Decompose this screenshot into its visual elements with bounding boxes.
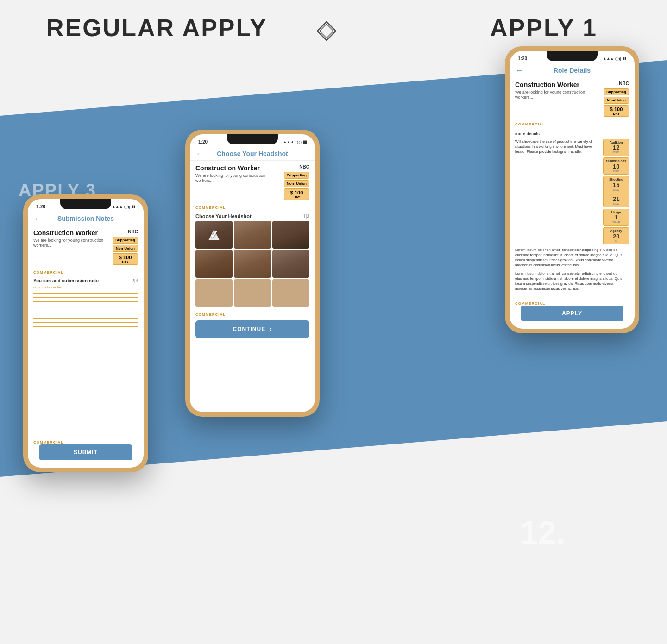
back-arrow-1[interactable]: ← bbox=[515, 66, 523, 75]
input-line-4[interactable] bbox=[33, 306, 138, 306]
role-details-body: more details Will showcase the use of pr… bbox=[510, 127, 635, 295]
input-line-2[interactable] bbox=[33, 297, 138, 298]
time-2: 1:20 bbox=[198, 139, 208, 144]
input-line-9[interactable] bbox=[33, 326, 138, 327]
role-title-2: Construction Worker bbox=[195, 164, 280, 172]
battery-icon-2: ▮▮ bbox=[303, 140, 307, 144]
more-details-label: more details bbox=[515, 131, 629, 137]
signal-icon-2: ▲▲▲ bbox=[283, 140, 294, 144]
title-regular-apply: REGULAR APPLY bbox=[46, 14, 267, 42]
headshot-cell-7[interactable] bbox=[195, 279, 233, 307]
input-line-5[interactable] bbox=[33, 310, 138, 310]
phone-notch-3 bbox=[60, 199, 111, 209]
headshot-cell-9[interactable] bbox=[272, 279, 309, 307]
screen-header-1: ← Role Details bbox=[510, 64, 635, 77]
submissions-badge: Submissions 10 DEC bbox=[603, 157, 629, 175]
input-line-3[interactable] bbox=[33, 301, 138, 302]
input-line-1[interactable] bbox=[33, 293, 138, 294]
role-badges-1: NBC Supporting Non-Union $ 100 DAY bbox=[604, 81, 629, 117]
screen-title-3: Submission Notes bbox=[57, 215, 114, 222]
commercial-tag-3: COMMERCIAL bbox=[28, 269, 144, 275]
role-title-1: Construction Worker bbox=[515, 81, 600, 89]
headshot-cell-8[interactable] bbox=[234, 279, 271, 307]
nbc-label-1: NBC bbox=[619, 81, 629, 86]
submission-title: You can add submission note bbox=[33, 278, 99, 283]
role-desc-1: We are looking for young construction wo… bbox=[515, 90, 600, 100]
headshot-cell-6[interactable] bbox=[272, 250, 309, 278]
details-text-1: Will showcase the use of product in a va… bbox=[515, 139, 599, 244]
details-text-2: Lorem ipsum dolor sit amet, consectetur … bbox=[515, 247, 629, 268]
role-desc-3: We are looking for young construction wo… bbox=[33, 238, 109, 249]
submit-button[interactable]: SUBMIT bbox=[39, 444, 132, 460]
battery-icon: ▮▮ bbox=[623, 56, 626, 61]
number-label: 12. bbox=[520, 514, 565, 551]
input-line-7[interactable] bbox=[33, 318, 138, 319]
time-3: 1:20 bbox=[36, 204, 45, 209]
headshot-cell-2[interactable] bbox=[234, 221, 271, 249]
apply-button-1[interactable]: APPLY bbox=[521, 306, 623, 321]
nbc-label-3: NBC bbox=[128, 229, 138, 234]
badge-union-2: Non- Union bbox=[284, 180, 309, 187]
details-text-3: Lorem ipsum dolor sit amet, consectetur … bbox=[515, 271, 629, 292]
role-info-1: Construction Worker We are looking for y… bbox=[515, 81, 600, 117]
phone-apply2: 1:20 ▲▲▲ ((·)) ▮▮ ← Choose Your Headshot… bbox=[185, 130, 320, 417]
headshot-grid[interactable] bbox=[190, 221, 315, 307]
back-arrow-3[interactable]: ← bbox=[33, 214, 42, 224]
role-badges-3: NBC Supporting Non-Union $ 100 DAY bbox=[113, 229, 138, 265]
wifi-icon-2: ((·)) bbox=[296, 140, 302, 144]
status-icons-2: ▲▲▲ ((·)) ▮▮ bbox=[283, 140, 307, 144]
details-grid: Will showcase the use of product in a va… bbox=[515, 139, 629, 244]
agency-badge: Agency 20 % bbox=[603, 227, 629, 244]
submission-body: You can add submission note 2|3 submissi… bbox=[28, 275, 144, 338]
status-icons-3: ▲▲▲ ((·)) ▮▮ bbox=[112, 205, 135, 209]
signal-icon-3: ▲▲▲ bbox=[112, 205, 123, 209]
screen-header-2: ← Choose Your Headshot bbox=[190, 147, 315, 161]
phone-apply3: 1:20 ▲▲▲ ((·)) ▮▮ ← Submission Notes Con… bbox=[23, 194, 148, 472]
input-line-8[interactable] bbox=[33, 322, 138, 323]
role-info-3: Construction Worker We are looking for y… bbox=[33, 229, 109, 265]
headshot-count: 1|3 bbox=[303, 214, 309, 219]
usage-badge: Usage 1 YEAR bbox=[603, 209, 629, 226]
phone-notch-2 bbox=[227, 134, 278, 144]
role-card-3: Construction Worker We are looking for y… bbox=[28, 225, 144, 269]
screen-title-2: Choose Your Headshot bbox=[217, 150, 288, 157]
continue-button[interactable]: CONTINUE › bbox=[195, 320, 309, 338]
role-card-1: Construction Worker We are looking for y… bbox=[510, 77, 635, 120]
commercial-tag-1: COMMERCIAL bbox=[510, 120, 635, 127]
phone-notch-1 bbox=[547, 51, 598, 61]
input-line-6[interactable] bbox=[33, 314, 138, 314]
headshot-cell-5[interactable] bbox=[234, 250, 271, 278]
price-badge-2: $ 100 DAY bbox=[284, 188, 309, 200]
screen-header-3: ← Submission Notes bbox=[28, 212, 144, 225]
commercial-tag-2: COMMERCIAL bbox=[190, 204, 315, 211]
time-1: 1:20 bbox=[518, 56, 527, 61]
role-info-2: Construction Worker We are looking for y… bbox=[195, 164, 280, 200]
role-card-2: Construction Worker We are looking for y… bbox=[190, 161, 315, 204]
screen-title-1: Role Details bbox=[554, 67, 591, 74]
headshot-cell-1[interactable] bbox=[195, 221, 233, 249]
price-badge-1: $ 100 DAY bbox=[604, 105, 629, 117]
signal-icon: ▲▲▲ bbox=[603, 56, 614, 61]
badge-supporting-3: Supporting bbox=[113, 237, 138, 244]
input-line-10[interactable] bbox=[33, 331, 138, 331]
back-arrow-2[interactable]: ← bbox=[195, 149, 204, 159]
title-apply1: APPLY 1 bbox=[490, 14, 598, 42]
notes-label: submission notes : bbox=[33, 285, 138, 289]
shooting-badge: Shooting 15 DEC — 21 DEC bbox=[603, 176, 629, 207]
step-count: 2|3 bbox=[132, 278, 138, 283]
submission-step: You can add submission note 2|3 bbox=[33, 278, 138, 283]
commercial-tag-2b: COMMERCIAL bbox=[190, 311, 315, 318]
headshot-section-header: Choose Your Headshot 1|3 bbox=[190, 211, 315, 221]
phone-apply1: 1:20 ▲▲▲ ((·)) ▮▮ ← Role Details Constru… bbox=[505, 46, 639, 333]
status-icons-1: ▲▲▲ ((·)) ▮▮ bbox=[603, 56, 626, 61]
headshot-cell-4[interactable] bbox=[195, 250, 233, 278]
badge-union-3: Non-Union bbox=[113, 245, 138, 252]
price-badge-3: $ 100 DAY bbox=[113, 253, 138, 265]
diamond-icon bbox=[315, 19, 338, 43]
headshot-cell-3[interactable] bbox=[272, 221, 309, 249]
audition-badge: Audition 12 DEC bbox=[603, 139, 629, 156]
role-desc-2: We are looking for young construction wo… bbox=[195, 173, 280, 184]
wifi-icon: ((·)) bbox=[615, 56, 621, 61]
battery-icon-3: ▮▮ bbox=[132, 205, 135, 209]
role-badges-2: NBC Supporting Non- Union $ 100 DAY bbox=[284, 164, 309, 200]
